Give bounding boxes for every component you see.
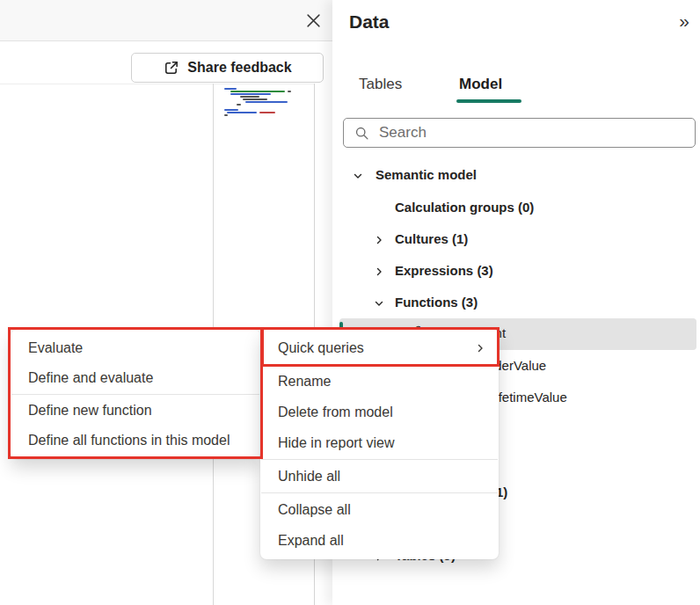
menu-item-label: Rename bbox=[278, 374, 331, 390]
menu-item-collapse-all[interactable]: Collapse all bbox=[260, 494, 499, 525]
menu-item-expand-all[interactable]: Expand all bbox=[260, 525, 499, 556]
minimap-line bbox=[214, 96, 314, 98]
context-menu: Quick queriesRenameDelete from modelHide… bbox=[260, 329, 499, 559]
chevron-right-icon[interactable] bbox=[373, 266, 385, 278]
minimap-code-segment bbox=[259, 112, 275, 113]
tree-item-label: Calculation groups (0) bbox=[395, 200, 534, 215]
menu-item-label: Delete from model bbox=[278, 405, 393, 420]
chevron-right-icon[interactable] bbox=[373, 234, 385, 246]
tree-item-label: Expressions (3) bbox=[395, 263, 493, 278]
editor-top-banner bbox=[0, 0, 332, 41]
tree-item-functions-3[interactable]: Functions (3) bbox=[332, 288, 700, 319]
submenu-arrow-icon bbox=[474, 342, 486, 354]
tree-item-label: Semantic model bbox=[376, 167, 477, 182]
chevron-down-icon[interactable] bbox=[352, 170, 364, 182]
menu-item-delete-from-model[interactable]: Delete from model bbox=[260, 397, 499, 427]
menu-divider bbox=[261, 459, 498, 460]
share-feedback-label: Share feedback bbox=[187, 60, 291, 76]
minimap-code-segment bbox=[230, 93, 271, 95]
tree-item-label: Functions (3) bbox=[395, 295, 478, 310]
tree-item-label: Cultures (1) bbox=[395, 231, 468, 246]
menu-item-label: Define new function bbox=[28, 403, 152, 419]
minimap-line bbox=[214, 104, 314, 106]
open-in-new-icon bbox=[163, 60, 179, 77]
menu-item-define-all-functions-in-this-model[interactable]: Define all functions in this model bbox=[11, 426, 260, 456]
menu-item-define-new-function[interactable]: Define new function bbox=[11, 396, 260, 426]
minimap-line bbox=[214, 98, 314, 100]
close-icon bbox=[306, 13, 321, 32]
quick-queries-submenu: EvaluateDefine and evaluateDefine new fu… bbox=[11, 330, 260, 459]
menu-item-label: Quick queries bbox=[278, 340, 364, 356]
menu-item-label: Hide in report view bbox=[278, 435, 395, 451]
app-window: Share feedback Data » Tables Model Seman… bbox=[0, 0, 700, 605]
minimap-code-segment bbox=[230, 91, 285, 92]
menu-divider bbox=[11, 394, 259, 395]
minimap-code-segment bbox=[224, 109, 238, 111]
minimap-code-segment bbox=[224, 114, 228, 116]
menu-item-label: Define all functions in this model bbox=[28, 433, 230, 448]
menu-item-hide-in-report-view[interactable]: Hide in report view bbox=[260, 427, 499, 458]
menu-item-evaluate[interactable]: Evaluate bbox=[11, 333, 260, 363]
editor-top-border bbox=[0, 84, 315, 84]
minimap-code-segment bbox=[227, 112, 257, 113]
tree-item-cultures-1[interactable]: Cultures (1) bbox=[332, 224, 700, 256]
menu-item-label: Collapse all bbox=[278, 502, 351, 518]
minimap-line bbox=[214, 91, 314, 92]
menu-divider bbox=[261, 492, 498, 493]
minimap-line bbox=[214, 93, 314, 95]
chevron-down-icon[interactable] bbox=[373, 297, 385, 310]
menu-item-label: Unhide all bbox=[278, 469, 340, 485]
menu-divider bbox=[261, 364, 498, 365]
tree-item-calculation-groups-0[interactable]: Calculation groups (0) bbox=[332, 193, 700, 224]
minimap-line bbox=[214, 112, 314, 113]
tree-item-expressions-3[interactable]: Expressions (3) bbox=[332, 256, 700, 288]
menu-item-rename[interactable]: Rename bbox=[260, 366, 499, 397]
minimap-line bbox=[214, 101, 314, 103]
minimap-code-segment bbox=[243, 98, 267, 100]
minimap-code-segment bbox=[240, 96, 259, 98]
share-feedback-button[interactable]: Share feedback bbox=[131, 53, 324, 83]
tree-item-semantic-model[interactable]: Semantic model bbox=[332, 160, 700, 192]
minimap-line bbox=[214, 88, 314, 90]
menu-item-label: Expand all bbox=[278, 533, 344, 549]
menu-item-define-and-evaluate[interactable]: Define and evaluate bbox=[11, 363, 260, 393]
menu-item-quick-queries[interactable]: Quick queries bbox=[260, 332, 499, 363]
minimap-line bbox=[214, 109, 314, 111]
menu-item-label: Define and evaluate bbox=[28, 370, 153, 386]
minimap-code-segment bbox=[288, 91, 291, 92]
minimap-line bbox=[214, 106, 314, 108]
minimap-code-segment bbox=[245, 101, 288, 103]
minimap-code-segment bbox=[224, 88, 237, 90]
close-button[interactable] bbox=[304, 13, 322, 31]
menu-item-unhide-all[interactable]: Unhide all bbox=[260, 461, 499, 492]
minimap-line bbox=[214, 114, 314, 116]
code-minimap bbox=[214, 88, 314, 117]
menu-item-label: Evaluate bbox=[28, 340, 83, 356]
minimap-code-segment bbox=[237, 104, 241, 106]
